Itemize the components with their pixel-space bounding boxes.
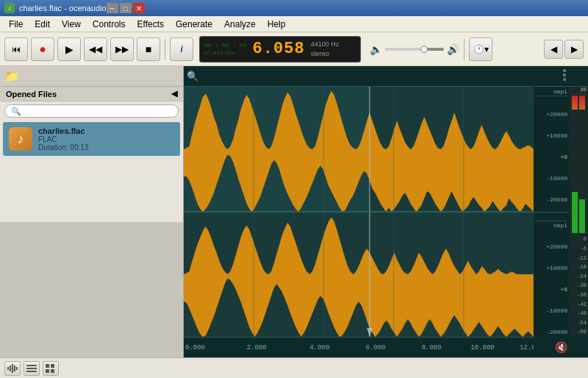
music-icon: ♪ bbox=[18, 132, 24, 147]
menu-help[interactable]: Help bbox=[262, 18, 292, 31]
opened-files-label: Opened Files bbox=[6, 90, 57, 99]
window-title: charlies.flac - ocenaudio bbox=[19, 4, 107, 13]
files-panel: Opened Files ◀ ♪ charlies.flac FLAC Dura… bbox=[0, 87, 183, 222]
toolbar-separator-2 bbox=[464, 39, 465, 60]
sidebar: 📁 Opened Files ◀ ♪ charlies.flac FLAC Du… bbox=[0, 66, 184, 357]
file-name: charlies.flac bbox=[38, 126, 174, 135]
svg-rect-22 bbox=[51, 364, 54, 368]
time-counter: 00 : 00 : 00 hr min sec bbox=[204, 42, 247, 56]
status-bar bbox=[0, 357, 588, 378]
waveform-view-icon bbox=[7, 364, 18, 373]
time-display-panel: 00 : 00 : 00 hr min sec 6.058 44100 Hz s… bbox=[199, 36, 361, 63]
file-info: charlies.flac FLAC Duration: 00:13 bbox=[38, 126, 174, 151]
waveform-svg[interactable] bbox=[184, 87, 534, 337]
ruler-tick-3: 6.000 bbox=[366, 344, 386, 352]
channels: stereo bbox=[311, 49, 340, 59]
waveform-ruler: 0.000 2.000 4.000 6.000 8.000 10.000 12.… bbox=[184, 337, 534, 357]
svg-rect-18 bbox=[26, 365, 37, 366]
svg-rect-20 bbox=[26, 371, 37, 372]
menu-view[interactable]: View bbox=[56, 18, 87, 31]
view-waveform-button[interactable] bbox=[4, 361, 21, 376]
file-icon: ♪ bbox=[9, 127, 32, 151]
grid-view-icon bbox=[46, 364, 56, 373]
main-area: 📁 Opened Files ◀ ♪ charlies.flac FLAC Du… bbox=[0, 66, 588, 357]
label-sec: sec bbox=[225, 49, 235, 57]
sample-info: 44100 Hz stereo bbox=[311, 40, 340, 58]
svg-rect-14 bbox=[10, 365, 11, 371]
menu-controls[interactable]: Controls bbox=[87, 18, 132, 31]
clock-button[interactable]: 🕐▾ bbox=[469, 38, 492, 61]
menu-file[interactable]: File bbox=[3, 18, 29, 31]
nav-back-button[interactable]: ◀ bbox=[544, 40, 563, 59]
app-icon: ♪ bbox=[4, 3, 15, 13]
window-controls: ─ □ ✕ bbox=[107, 3, 145, 13]
view-grid-button[interactable] bbox=[43, 361, 59, 376]
rewind-button[interactable]: ◀◀ bbox=[84, 38, 107, 61]
volume-slider[interactable] bbox=[385, 48, 444, 51]
volume-control: 🔈 🔊 bbox=[370, 43, 459, 55]
menu-effects[interactable]: Effects bbox=[132, 18, 170, 31]
time-small-display: 00 : 00 : 00 bbox=[204, 42, 247, 49]
zoom-icon[interactable]: 🔍 bbox=[187, 71, 198, 82]
menu-generate[interactable]: Generate bbox=[170, 18, 218, 31]
stop-button[interactable]: ■ bbox=[137, 38, 160, 61]
menu-edit[interactable]: Edit bbox=[29, 18, 56, 31]
label-min: min bbox=[213, 49, 223, 57]
record-button[interactable]: ● bbox=[31, 38, 54, 61]
empty-sidebar-area bbox=[0, 222, 183, 357]
minimize-button[interactable]: ─ bbox=[107, 3, 118, 13]
folder-icon[interactable]: 📁 bbox=[4, 69, 19, 83]
file-item-charlies[interactable]: ♪ charlies.flac FLAC Duration: 00:13 bbox=[3, 122, 180, 156]
search-input[interactable] bbox=[4, 104, 179, 118]
toolbar-separator-1 bbox=[165, 39, 165, 60]
file-type: FLAC bbox=[38, 135, 174, 143]
volume-icon-high: 🔊 bbox=[447, 43, 459, 55]
close-button[interactable]: ✕ bbox=[133, 3, 145, 13]
svg-rect-13 bbox=[7, 367, 9, 370]
collapse-icon[interactable]: ◀ bbox=[171, 89, 177, 99]
svg-rect-16 bbox=[14, 365, 15, 371]
ruler-tick-5: 10.000 bbox=[470, 344, 494, 352]
nav-forward-button[interactable]: ▶ bbox=[564, 40, 584, 59]
ruler-tick-0: 0.000 bbox=[185, 344, 205, 352]
svg-rect-23 bbox=[46, 369, 49, 373]
file-duration: Duration: 00:13 bbox=[38, 143, 174, 151]
ruler-tick-1: 2.000 bbox=[247, 344, 267, 352]
svg-rect-17 bbox=[16, 367, 18, 370]
nav-buttons: ◀ ▶ bbox=[544, 40, 584, 59]
maximize-button[interactable]: □ bbox=[120, 3, 132, 13]
volume-knob[interactable] bbox=[420, 46, 428, 53]
info-button[interactable]: i bbox=[170, 38, 193, 61]
svg-rect-24 bbox=[51, 369, 54, 373]
ruler-tick-4: 8.000 bbox=[422, 344, 442, 352]
title-bar: ♪ charlies.flac - ocenaudio ─ □ ✕ bbox=[0, 0, 588, 16]
volume-fill bbox=[385, 48, 423, 51]
view-list-button[interactable] bbox=[24, 361, 40, 376]
forward-button[interactable]: ▶▶ bbox=[110, 38, 134, 61]
sample-rate: 44100 Hz bbox=[311, 40, 340, 49]
waveform-container[interactable]: 🔍 smpl +20000 +10000 +0 -10000 -20000 sm… bbox=[184, 66, 588, 357]
vu-scale-left: smpl +20000 +10000 +0 -10000 -20000 smpl… bbox=[534, 87, 569, 337]
ruler-tick-2: 4.000 bbox=[309, 344, 329, 352]
sidebar-header: 📁 bbox=[0, 66, 183, 87]
speaker-icon[interactable]: 🔇 bbox=[555, 341, 567, 353]
vu-scale-db: dB 0-6-12-18-24-30-36-42-48-54-60 bbox=[569, 87, 588, 337]
big-time-display: 6.058 bbox=[253, 40, 305, 58]
play-button[interactable]: ▶ bbox=[57, 38, 81, 61]
toolbar: ⏮ ● ▶ ◀◀ ▶▶ ■ i 00 : 00 : 00 hr min sec … bbox=[0, 32, 588, 66]
volume-icon-low: 🔈 bbox=[370, 43, 382, 55]
menu-analyze[interactable]: Analyze bbox=[218, 18, 262, 31]
files-panel-title: Opened Files ◀ bbox=[0, 87, 183, 101]
mute-area: 🔇 bbox=[534, 337, 588, 357]
svg-rect-21 bbox=[46, 364, 49, 368]
search-box bbox=[0, 101, 183, 121]
menu-bar: File Edit View Controls Effects Generate… bbox=[0, 16, 588, 32]
waveform-toolbar: 🔍 bbox=[184, 66, 588, 87]
svg-rect-15 bbox=[12, 364, 13, 373]
svg-rect-19 bbox=[26, 368, 37, 369]
label-hr: hr bbox=[204, 49, 212, 57]
rewind-to-start-button[interactable]: ⏮ bbox=[4, 38, 28, 61]
list-view-icon bbox=[26, 364, 37, 373]
